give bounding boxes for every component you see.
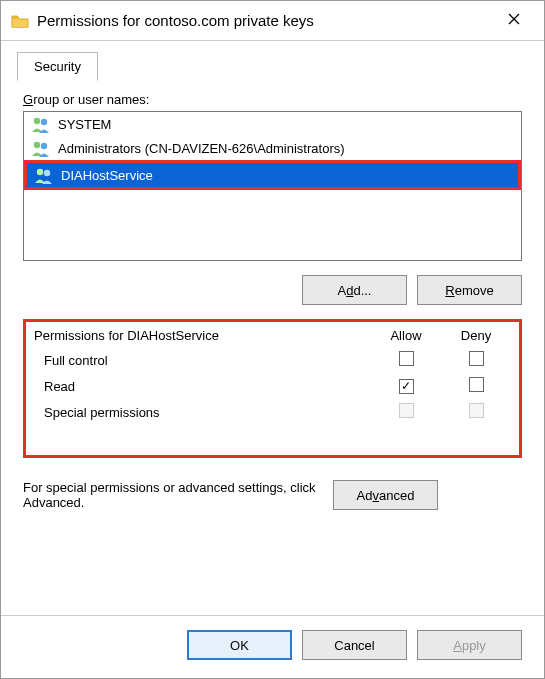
list-item-selected[interactable]: DIAHostService (27, 163, 518, 187)
dialog-footer: OK Cancel Apply Apply (1, 615, 544, 678)
perm-name: Read (34, 379, 371, 394)
svg-point-2 (34, 142, 40, 148)
permissions-dialog: Permissions for contoso.com private keys… (0, 0, 545, 679)
perm-row-read: Read ✓ (34, 373, 511, 399)
group-icon (33, 166, 55, 184)
permissions-for-label: Permissions for DIAHostService (34, 328, 371, 343)
checkbox-full-deny[interactable] (469, 351, 484, 366)
group-icon (30, 115, 52, 133)
list-item-label: DIAHostService (61, 168, 153, 183)
list-item[interactable]: SYSTEM (24, 112, 521, 136)
list-item-label: Administrators (CN-DAVIZEN-626\Administr… (58, 141, 345, 156)
advanced-row: For special permissions or advanced sett… (23, 480, 522, 510)
add-button[interactable]: Add... (302, 275, 407, 305)
list-item-label: SYSTEM (58, 117, 111, 132)
svg-point-1 (41, 119, 47, 125)
list-item[interactable]: Administrators (CN-DAVIZEN-626\Administr… (24, 136, 521, 160)
svg-point-3 (41, 143, 47, 149)
svg-point-0 (34, 118, 40, 124)
perm-name: Special permissions (34, 405, 371, 420)
perm-name: Full control (34, 353, 371, 368)
svg-point-4 (37, 169, 43, 175)
advanced-button[interactable]: Advanced (333, 480, 438, 510)
close-button[interactable] (494, 1, 534, 41)
checkbox-special-deny (469, 403, 484, 418)
col-allow: Allow (371, 328, 441, 343)
content: GGroup or user names:roup or user names:… (1, 80, 544, 615)
svg-point-5 (44, 170, 50, 176)
checkbox-read-allow[interactable]: ✓ (399, 379, 414, 394)
cancel-button[interactable]: Cancel (302, 630, 407, 660)
advanced-hint-text: For special permissions or advanced sett… (23, 480, 323, 510)
remove-button[interactable]: Remove (417, 275, 522, 305)
folder-icon (11, 14, 29, 28)
checkbox-full-allow[interactable] (399, 351, 414, 366)
tabs: Security (1, 41, 544, 80)
perm-row-special: Special permissions (34, 399, 511, 425)
groups-label: GGroup or user names:roup or user names: (23, 92, 522, 107)
permissions-header: Permissions for DIAHostService Allow Den… (34, 324, 511, 347)
checkbox-read-deny[interactable] (469, 377, 484, 392)
selection-highlight-callout: DIAHostService (24, 160, 521, 190)
close-icon (507, 10, 521, 31)
col-deny: Deny (441, 328, 511, 343)
principals-list[interactable]: SYSTEM Administrators (CN-DAVIZEN-626\Ad… (23, 111, 522, 261)
apply-button: Apply (417, 630, 522, 660)
perm-row-full-control: Full control (34, 347, 511, 373)
dialog-title: Permissions for contoso.com private keys (37, 12, 494, 29)
checkbox-special-allow (399, 403, 414, 418)
permissions-panel-callout: Permissions for DIAHostService Allow Den… (23, 319, 522, 458)
group-icon (30, 139, 52, 157)
tab-security[interactable]: Security (17, 52, 98, 81)
list-buttons: Add... Remove Add... Remove (23, 275, 522, 305)
ok-button[interactable]: OK (187, 630, 292, 660)
titlebar: Permissions for contoso.com private keys (1, 1, 544, 41)
